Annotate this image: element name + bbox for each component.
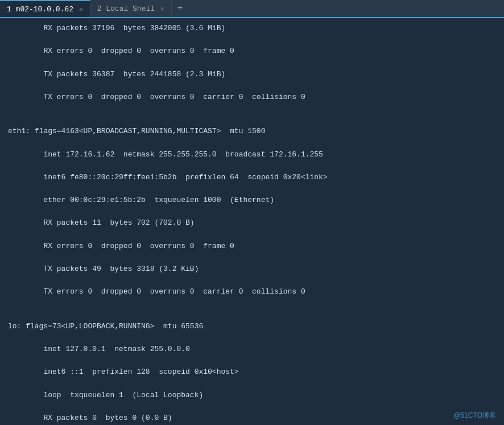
tab-bar: 1 m02-10.0.0.62 ✕ 2 Local Shell ✕ + <box>0 0 504 18</box>
terminal-line: TX packets 36387 bytes 2441858 (2.3 MiB) <box>8 69 496 80</box>
terminal-line: lo: flags=73<UP,LOOPBACK,RUNNING> mtu 65… <box>8 321 496 332</box>
tab-1[interactable]: 1 m02-10.0.0.62 ✕ <box>0 0 90 17</box>
terminal-line: RX errors 0 dropped 0 overruns 0 frame 0 <box>8 241 496 252</box>
terminal-line: eth1: flags=4163<UP,BROADCAST,RUNNING,MU… <box>8 126 496 137</box>
terminal-line: TX packets 49 bytes 3318 (3.2 KiB) <box>8 263 496 275</box>
tab-1-close[interactable]: ✕ <box>79 6 83 13</box>
terminal-line: loop txqueuelen 1 (Local Loopback) <box>8 390 496 401</box>
terminal-line: inet 127.0.0.1 netmask 255.0.0.0 <box>8 344 496 355</box>
tab-add-button[interactable]: + <box>172 0 189 17</box>
terminal-line: RX packets 11 bytes 702 (702.0 B) <box>8 217 496 229</box>
terminal-line: RX packets 37196 bytes 3842005 (3.6 MiB) <box>8 23 496 34</box>
terminal-line: inet6 ::1 prefixlen 128 scopeid 0x10<hos… <box>8 366 496 378</box>
tab-add-icon: + <box>177 3 183 14</box>
terminal-line: TX errors 0 dropped 0 overruns 0 carrier… <box>8 92 496 103</box>
terminal-line: ether 00:0c:29:e1:5b:2b txqueuelen 1000 … <box>8 195 496 206</box>
terminal-wrapper: RX packets 37196 bytes 3842005 (3.6 MiB)… <box>0 18 504 425</box>
terminal-line: inet6 fe80::20c:29ff:fee1:5b2b prefixlen… <box>8 172 496 183</box>
terminal-line: RX errors 0 dropped 0 overruns 0 frame 0 <box>8 46 496 57</box>
watermark: @51CTO博客 <box>453 411 496 420</box>
tab-2[interactable]: 2 Local Shell ✕ <box>90 0 172 17</box>
terminal[interactable]: RX packets 37196 bytes 3842005 (3.6 MiB)… <box>0 18 504 425</box>
terminal-line: TX errors 0 dropped 0 overruns 0 carrier… <box>8 286 496 298</box>
tab-1-label: 1 m02-10.0.0.62 <box>7 5 73 14</box>
tab-2-label: 2 Local Shell <box>97 5 155 13</box>
tab-2-close[interactable]: ✕ <box>160 5 164 13</box>
terminal-line: inet 172.16.1.62 netmask 255.255.255.0 b… <box>8 149 496 160</box>
terminal-line: RX packets 0 bytes 0 (0.0 B) <box>8 412 496 424</box>
